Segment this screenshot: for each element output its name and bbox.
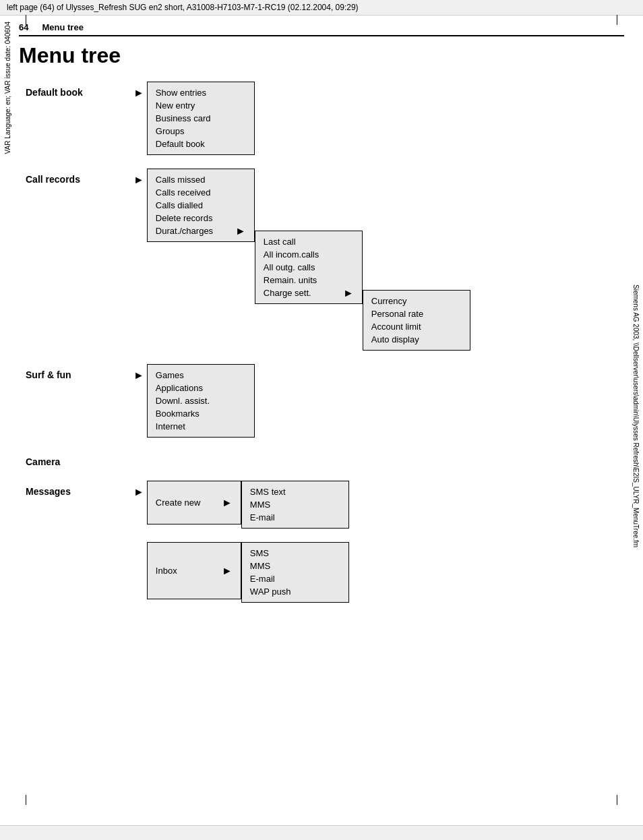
bottom-mark-left bbox=[26, 795, 26, 805]
left-sidebar: VAR Language: en; VAR issue date: 040604 bbox=[0, 15, 15, 840]
bottom-bar bbox=[0, 825, 643, 840]
top-mark-right bbox=[617, 15, 617, 25]
top-bar-text: left page (64) of Ulysses_Refresh SUG en… bbox=[7, 3, 359, 12]
left-sidebar-text: VAR Language: en; VAR issue date: 040604 bbox=[4, 22, 11, 154]
right-sidebar: Siemens AG 2003, \\Dellserver\users\admi… bbox=[628, 15, 643, 840]
top-mark-left bbox=[26, 15, 26, 25]
page-marks bbox=[19, 15, 624, 825]
top-bar: left page (64) of Ulysses_Refresh SUG en… bbox=[0, 0, 643, 16]
right-sidebar-text: Siemens AG 2003, \\Dellserver\users\admi… bbox=[632, 284, 640, 547]
bottom-mark-right bbox=[617, 795, 617, 805]
